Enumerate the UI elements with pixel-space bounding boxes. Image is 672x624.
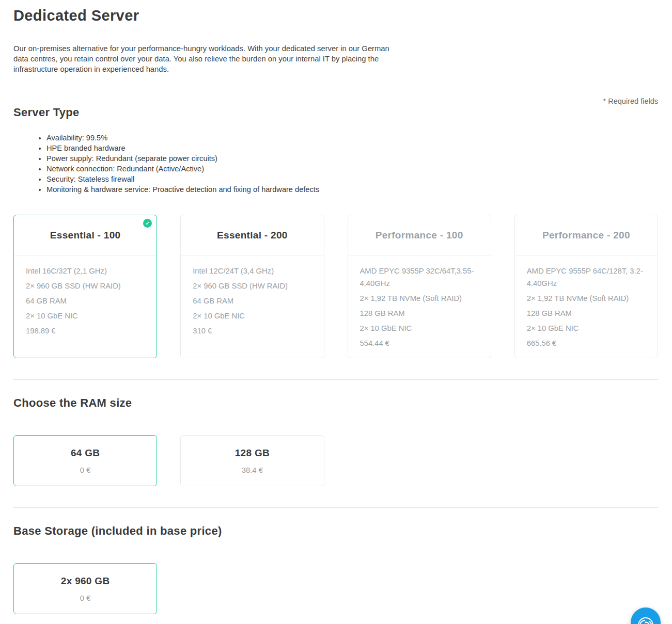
server-type-card-performance-200[interactable]: ✓ Performance - 200 AMD EPYC 9555P 64C/1… [514,215,658,358]
spec-price: 665.56 € [527,337,646,349]
dedicated-server-page: Dedicated Server Our on-premises alterna… [0,7,672,614]
spec-cpu: Intel 12C/24T (3,4 GHz) [193,265,311,277]
card-title: Performance - 100 [376,230,463,241]
spec-ram: 64 GB RAM [193,295,311,307]
ram-option-price: 0 € [80,466,91,474]
spec-storage: 2× 1,92 TB NVMe (Soft RAID) [360,292,479,305]
feature-item: Network connection: Redundant (Active/Ac… [46,164,658,174]
spec-cpu: Intel 16C/32T (2,1 GHz) [26,265,145,277]
spec-storage: 2× 960 GB SSD (HW RAID) [193,280,311,292]
feature-item: HPE branded hardware [46,143,658,153]
feature-item: Security: Stateless firewall [46,174,658,184]
spec-cpu: AMD EPYC 9355P 32C/64T,3.55-4.40GHz [360,265,479,290]
server-type-feature-list: Availability: 99.5% HPE branded hardware… [13,133,658,195]
server-type-card-essential-100[interactable]: ✓ Essential - 100 Intel 16C/32T (2,1 GHz… [13,215,157,358]
section-heading-base-storage: Base Storage (included in base price) [13,524,658,538]
storage-card-2x960gb[interactable]: ✓ 2x 960 GB 0 € [13,563,157,614]
card-header: Essential - 100 [14,215,157,255]
ram-card-128gb[interactable]: ✓ 128 GB 38.4 € [180,435,324,486]
spec-storage: 2× 960 GB SSD (HW RAID) [26,280,145,292]
spec-nic: 2× 10 GbE NIC [527,322,646,334]
server-type-card-essential-200[interactable]: ✓ Essential - 200 Intel 12C/24T (3,4 GHz… [180,215,324,358]
spec-nic: 2× 10 GbE NIC [193,310,311,322]
card-header: Essential - 200 [181,215,323,255]
card-title: Essential - 200 [217,230,288,241]
feature-item: Availability: 99.5% [46,133,658,143]
storage-options: ✓ 2x 960 GB 0 € [13,563,658,614]
card-specs: AMD EPYC 9555P 64C/128T, 3.2-4.40GHz 2× … [515,255,658,358]
ram-option-label: 128 GB [235,447,270,459]
section-divider [13,379,658,380]
card-header: Performance - 100 [348,215,491,255]
spec-nic: 2× 10 GbE NIC [360,322,479,334]
fingerprint-icon [631,614,661,624]
spec-ram: 128 GB RAM [360,307,479,319]
ram-card-64gb[interactable]: ✓ 64 GB 0 € [13,435,157,486]
ram-options: ✓ 64 GB 0 € ✓ 128 GB 38.4 € [13,435,658,486]
server-type-options: ✓ Essential - 100 Intel 16C/32T (2,1 GHz… [13,215,658,358]
spec-storage: 2× 1,92 TB NVMe (Soft RAID) [527,292,646,305]
ram-option-label: 64 GB [71,447,100,459]
page-title: Dedicated Server [13,7,658,24]
spec-cpu: AMD EPYC 9555P 64C/128T, 3.2-4.40GHz [527,265,646,290]
spec-nic: 2× 10 GbE NIC [26,310,145,322]
feature-item: Monitoring & hardware service: Proactive… [46,184,658,195]
spec-price: 310 € [193,325,311,337]
feature-item: Power supply: Redundant (separate power … [46,153,658,164]
card-specs: Intel 16C/32T (2,1 GHz) 2× 960 GB SSD (H… [14,255,157,345]
spec-price: 554.44 € [360,337,479,349]
storage-option-price: 0 € [80,594,91,602]
spec-ram: 64 GB RAM [26,295,145,307]
required-fields-note: * Required fields [13,97,658,105]
card-specs: AMD EPYC 9355P 32C/64T,3.55-4.40GHz 2× 1… [348,255,491,358]
storage-option-label: 2x 960 GB [61,575,110,587]
card-title: Essential - 100 [50,230,121,241]
section-heading-ram: Choose the RAM size [13,396,658,410]
ram-option-price: 38.4 € [242,466,263,474]
card-specs: Intel 12C/24T (3,4 GHz) 2× 960 GB SSD (H… [181,255,323,345]
card-title: Performance - 200 [542,230,630,241]
section-divider [13,507,658,508]
spec-ram: 128 GB RAM [527,307,646,319]
section-heading-server-type: Server Type [13,106,658,119]
card-header: Performance - 200 [515,215,658,255]
spec-price: 198.89 € [26,325,145,337]
server-type-card-performance-100[interactable]: ✓ Performance - 100 AMD EPYC 9355P 32C/6… [348,215,491,358]
page-description: Our on-premises alternative for your per… [13,43,404,74]
